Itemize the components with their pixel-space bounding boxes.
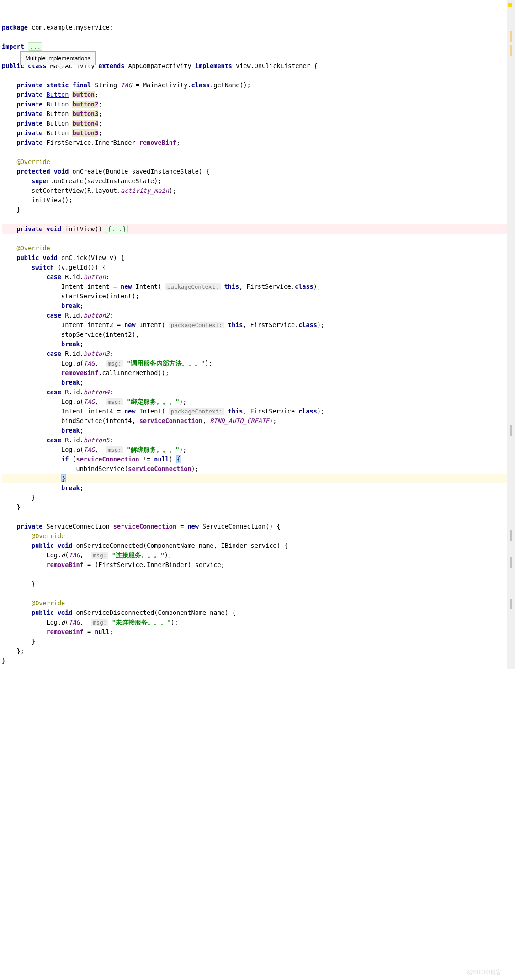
comma: , bbox=[80, 551, 91, 559]
bind-head: bindService(intent4, bbox=[2, 417, 139, 424]
change-marker[interactable] bbox=[510, 599, 512, 609]
kw-case: case bbox=[47, 436, 62, 444]
kw-static: static bbox=[47, 81, 69, 89]
change-marker[interactable] bbox=[510, 530, 512, 541]
colon: : bbox=[110, 350, 113, 357]
tag-tail: .getName(); bbox=[210, 81, 250, 89]
kw-void: void bbox=[42, 254, 58, 261]
comma: , bbox=[95, 446, 106, 453]
log3-head: Log. bbox=[2, 360, 76, 367]
kw-private: private bbox=[17, 139, 43, 146]
sp bbox=[123, 398, 127, 405]
log4-head: Log. bbox=[2, 398, 76, 405]
kw-private: private bbox=[17, 120, 43, 127]
field-serviceConnection: serviceConnection bbox=[76, 456, 139, 463]
log-tag: TAG bbox=[84, 360, 95, 367]
semi: ; bbox=[95, 91, 98, 98]
param-hint: msg: bbox=[106, 398, 123, 405]
kw-case: case bbox=[47, 273, 62, 281]
intent1-tail: , FirstService. bbox=[239, 283, 295, 290]
anno-override: @Override bbox=[32, 532, 65, 540]
kw-break: break bbox=[61, 427, 80, 434]
kw-null: null bbox=[95, 628, 110, 636]
change-marker[interactable] bbox=[510, 557, 512, 568]
log-end: ); bbox=[171, 619, 178, 626]
import-fold[interactable]: ... bbox=[28, 42, 42, 51]
case-id: button5 bbox=[84, 436, 110, 444]
field-removeBinf: removeBinf bbox=[139, 139, 176, 146]
log5-head: Log. bbox=[2, 446, 76, 453]
kw-this: this bbox=[228, 408, 243, 415]
colon: : bbox=[110, 388, 113, 396]
log-str: "调用服务内部方法。。。" bbox=[127, 360, 205, 367]
intent2-head: Intent intent2 = bbox=[2, 321, 124, 328]
p1: ( bbox=[80, 446, 84, 453]
kw-public: public bbox=[32, 609, 54, 616]
semi: ; bbox=[98, 101, 102, 108]
type-button: Button bbox=[42, 110, 72, 117]
intent1-mid: Intent( bbox=[132, 283, 165, 290]
text-caret bbox=[66, 475, 66, 482]
if-neq: != bbox=[139, 456, 154, 463]
field-button: button bbox=[72, 91, 95, 98]
warning-marker[interactable] bbox=[510, 45, 512, 56]
kw-break: break bbox=[61, 340, 80, 348]
kw-new: new bbox=[124, 321, 135, 328]
kw-private: private bbox=[17, 110, 43, 117]
intent2-end: ); bbox=[317, 321, 324, 328]
kw-class-lit: class bbox=[298, 321, 317, 328]
initView-name: initView() bbox=[61, 225, 106, 233]
sp bbox=[123, 360, 127, 367]
intent2-tail: , FirstService. bbox=[243, 321, 298, 328]
anno-override: @Override bbox=[17, 158, 50, 165]
if-head bbox=[2, 456, 61, 463]
colon: : bbox=[106, 273, 110, 281]
anno-override: @Override bbox=[17, 244, 50, 252]
case-rid: R.id. bbox=[61, 350, 84, 357]
kw-class-lit: class bbox=[191, 81, 210, 89]
scv-head: setContentView(R.layout. bbox=[2, 187, 121, 194]
case-id: button3 bbox=[84, 350, 110, 357]
call-head bbox=[2, 369, 61, 376]
kw-new: new bbox=[121, 283, 132, 290]
kw-void: void bbox=[47, 225, 62, 233]
bind-end: ); bbox=[269, 417, 276, 424]
p1: ( bbox=[80, 360, 84, 367]
log-tag: TAG bbox=[84, 398, 95, 405]
initView-fold[interactable]: {...} bbox=[106, 225, 128, 233]
case-rid: R.id. bbox=[61, 388, 84, 396]
scv-tail: ); bbox=[169, 187, 176, 194]
type-button: Button bbox=[42, 101, 72, 108]
param-hint: packageContext: bbox=[169, 322, 224, 328]
analysis-indicator[interactable] bbox=[508, 3, 512, 7]
field-serviceConnection: serviceConnection bbox=[128, 465, 191, 472]
code-editor[interactable]: Multiple implementations package com.exa… bbox=[0, 0, 507, 669]
kw-import: import bbox=[2, 43, 24, 50]
kw-break: break bbox=[61, 379, 80, 386]
intent4-mid: Intent( bbox=[136, 408, 169, 415]
p1: ( bbox=[80, 398, 84, 405]
type-button-link[interactable]: Button bbox=[47, 91, 69, 98]
change-marker[interactable] bbox=[510, 425, 512, 436]
kw-private: private bbox=[17, 81, 43, 89]
semi: ; bbox=[176, 139, 180, 146]
tag-expr: = MainActivity. bbox=[132, 81, 191, 89]
null-end: ; bbox=[110, 628, 113, 636]
right-gutter[interactable] bbox=[507, 0, 515, 669]
comma: , bbox=[95, 398, 106, 405]
kw-void: void bbox=[54, 168, 69, 175]
kw-implements: implements bbox=[195, 62, 232, 69]
anno-override: @Override bbox=[32, 599, 65, 607]
sc-ctor: ServiceConnection() { bbox=[199, 523, 281, 530]
null-head bbox=[2, 628, 47, 636]
sc-eq: = bbox=[176, 523, 187, 530]
warning-marker[interactable] bbox=[510, 31, 512, 42]
param-hint: msg: bbox=[91, 552, 108, 559]
comma: , bbox=[95, 360, 106, 367]
intent4-tail: , FirstService. bbox=[243, 408, 298, 415]
log-end: ); bbox=[179, 398, 186, 405]
log-d: d bbox=[76, 446, 80, 453]
semi: ; bbox=[98, 110, 102, 117]
kw-package: package bbox=[2, 24, 28, 31]
log-str: "未连接服务。。。" bbox=[112, 619, 170, 626]
